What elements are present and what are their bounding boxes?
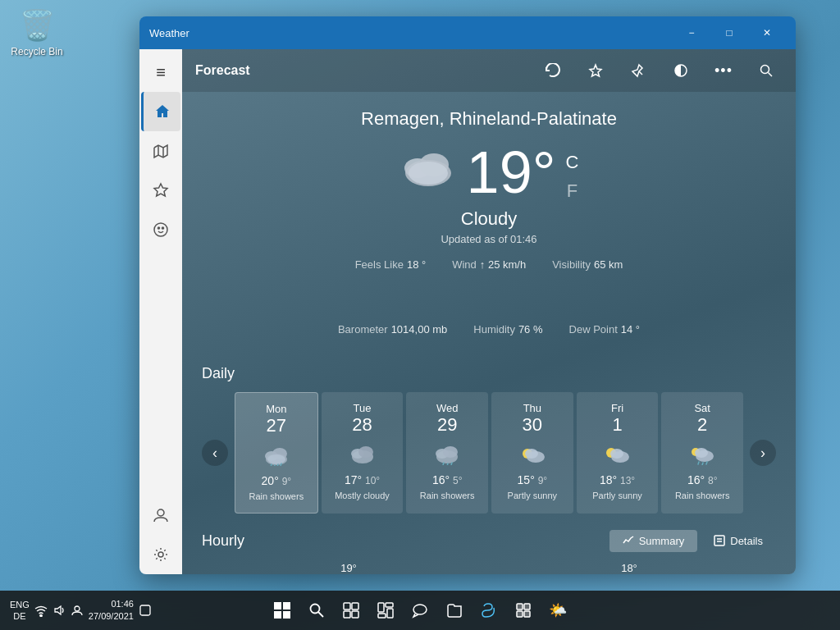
minimize-button[interactable]: − [673, 20, 710, 46]
svg-point-6 [158, 509, 164, 516]
svg-rect-58 [352, 611, 358, 618]
day-date: 28 [328, 416, 397, 434]
svg-line-33 [451, 463, 452, 465]
window-controls: − □ ✕ [673, 20, 786, 46]
svg-rect-52 [283, 611, 290, 619]
sidebar: ≡ [139, 49, 182, 574]
update-time: Updated as of 01:46 [202, 233, 776, 245]
svg-point-42 [695, 448, 708, 458]
recycle-bin[interactable]: 🗑️ Recycle Bin [8, 8, 66, 57]
svg-point-27 [358, 446, 373, 458]
edge-button[interactable] [472, 594, 505, 627]
humidity: Humidity 76 % [473, 323, 542, 336]
close-button[interactable]: ✕ [748, 20, 786, 46]
day-low: 9° [282, 476, 291, 487]
wind: Wind ↑ 25 km/h [452, 258, 526, 271]
svg-line-54 [318, 612, 323, 617]
svg-rect-61 [378, 614, 386, 618]
sidebar-smiley[interactable] [141, 210, 180, 249]
hourly-temp-2: 18° [621, 562, 637, 574]
notification-icon[interactable] [139, 604, 152, 617]
day-card-fri[interactable]: Fri 1 18° 13° Partly sunny [577, 392, 659, 513]
svg-point-3 [154, 223, 167, 236]
start-button[interactable] [266, 594, 299, 627]
barometer-label: Barometer [338, 323, 388, 336]
svg-rect-67 [524, 611, 530, 617]
svg-point-7 [158, 552, 163, 557]
hourly-temp-1: 19° [340, 562, 357, 574]
day-temps: 16° 5° [413, 473, 482, 486]
unit-c[interactable]: C [566, 148, 579, 176]
svg-rect-70 [140, 605, 150, 615]
current-weather: Remagen, Rhineland-Palatinate 19° [182, 92, 796, 352]
refresh-button[interactable] [536, 54, 569, 87]
day-temps: 18° 13° [583, 473, 652, 486]
more-button[interactable]: ••• [707, 54, 740, 87]
day-card-thu[interactable]: Thu 30 15° 9° Partly sunny [491, 392, 573, 513]
day-name: Tue [328, 402, 397, 414]
day-condition: Partly sunny [583, 490, 652, 501]
tab-details[interactable]: Details [701, 530, 776, 552]
weather-condition: Cloudy [202, 208, 776, 230]
day-card-sat[interactable]: Sat 2 16° 8° Rain showers [661, 392, 743, 513]
scroll-right-button[interactable]: › [750, 440, 776, 466]
day-icon [668, 439, 737, 468]
day-condition: Partly sunny [498, 490, 567, 501]
wind-value: ↑ 25 km/h [480, 258, 526, 271]
search-button[interactable] [750, 54, 783, 87]
sidebar-maps[interactable] [141, 131, 180, 171]
day-icon [328, 439, 397, 468]
task-view-button[interactable] [335, 594, 368, 627]
pin-button[interactable] [622, 54, 655, 87]
sidebar-account[interactable] [141, 495, 180, 535]
sidebar-favorites[interactable] [141, 171, 180, 210]
day-card-mon[interactable]: Mon 27 20° 9° Rain showers [235, 392, 318, 513]
svg-rect-51 [274, 611, 281, 619]
weather-taskbar-icon[interactable]: 🌤️ [541, 594, 574, 627]
day-low: 13° [620, 475, 635, 486]
sidebar-menu[interactable]: ≡ [141, 52, 180, 92]
scroll-left-button[interactable]: ‹ [202, 440, 228, 466]
svg-point-63 [413, 605, 427, 614]
day-low: 8° [708, 475, 717, 486]
day-name: Fri [583, 402, 652, 414]
day-card-tue[interactable]: Tue 28 17° 10° Mostly cloudy [322, 392, 404, 513]
tab-details-label: Details [730, 535, 763, 547]
theme-button[interactable] [664, 54, 697, 87]
sidebar-home[interactable] [141, 92, 180, 131]
day-name: Thu [498, 402, 567, 414]
day-card-wed[interactable]: Wed 29 16° 5° Rain showers [406, 392, 488, 513]
favorite-button[interactable] [579, 54, 612, 87]
store-button[interactable] [507, 594, 540, 627]
search-taskbar-button[interactable] [300, 594, 333, 627]
clock-date: 27/09/2021 [89, 610, 134, 623]
system-time[interactable]: 01:46 27/09/2021 [89, 598, 134, 623]
taskbar-center: 🌤️ [266, 594, 574, 627]
current-weather-icon [399, 142, 457, 203]
unit-f[interactable]: F [566, 176, 579, 205]
day-low: 10° [365, 475, 380, 486]
svg-point-4 [158, 227, 160, 229]
chat-button[interactable] [404, 594, 436, 627]
explorer-button[interactable] [438, 594, 471, 627]
svg-line-45 [706, 462, 707, 464]
day-temps: 16° 8° [668, 473, 737, 486]
forecast-title: Forecast [195, 63, 527, 78]
taskbar: 🌤️ ENGDE 01:46 27/09/2021 [0, 591, 840, 630]
widgets-button[interactable] [369, 594, 402, 627]
tab-summary[interactable]: Summary [609, 530, 698, 552]
svg-point-68 [40, 614, 42, 616]
day-date: 1 [583, 416, 652, 434]
sidebar-settings[interactable] [141, 535, 180, 574]
svg-line-23 [277, 464, 278, 466]
maximize-button[interactable]: □ [710, 20, 748, 46]
day-condition: Mostly cloudy [328, 490, 397, 501]
barometer: Barometer 1014,00 mb [338, 323, 447, 336]
svg-point-53 [311, 605, 320, 614]
day-temps: 17° 10° [328, 473, 397, 486]
dew-point-value: 14 ° [621, 323, 640, 336]
svg-rect-50 [283, 602, 290, 609]
svg-rect-60 [386, 603, 393, 607]
lang-display[interactable]: ENGDE [10, 599, 30, 623]
day-temps: 15° 9° [498, 473, 567, 486]
